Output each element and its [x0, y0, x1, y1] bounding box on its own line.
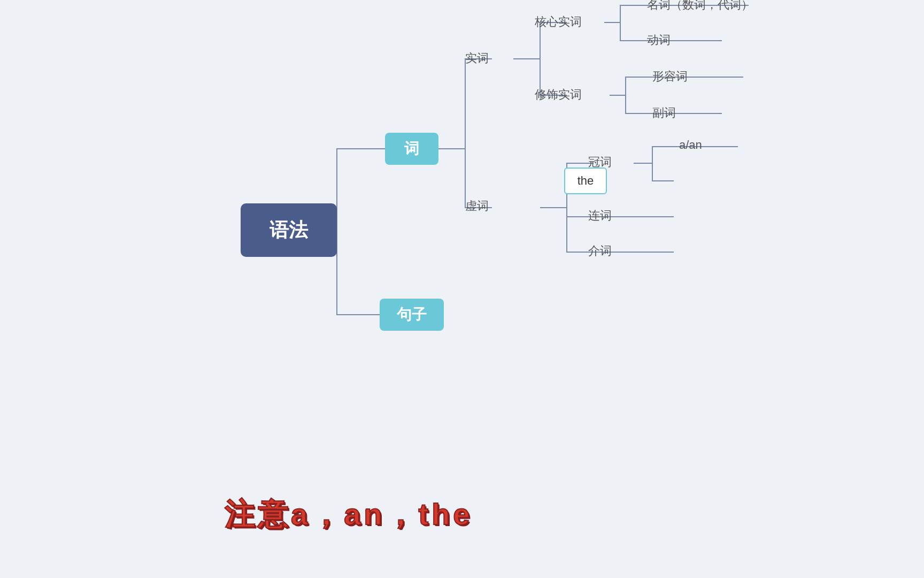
juzi-node: 句子 [380, 299, 444, 331]
dongci-label: 动词 [647, 32, 671, 48]
jieci-label: 介词 [588, 243, 612, 259]
ci-label: 词 [404, 139, 419, 159]
bottom-attention-text: 注意a，an，the [225, 495, 473, 535]
juzi-label: 句子 [397, 305, 427, 325]
xiushi-label: 修饰实词 [535, 87, 582, 103]
xinshi-label: 核心实词 [535, 14, 582, 30]
mingci-label: 名词（数词，代词） [647, 0, 753, 13]
diagram: 语法 词 句子 实词 虚词 核心实词 修饰实词 名词（数词，代词） 动词 形容词… [0, 0, 924, 578]
shici-label: 实词 [465, 50, 489, 66]
the-node: the [564, 168, 607, 194]
fuci-label: 副词 [652, 105, 676, 121]
aan-label: a/an [679, 138, 702, 152]
root-node: 语法 [241, 203, 337, 257]
connector-lines [0, 0, 924, 578]
lianci-label: 连词 [588, 208, 612, 224]
root-label: 语法 [270, 217, 308, 244]
ci-node: 词 [385, 133, 438, 165]
xuci-label: 虚词 [465, 198, 489, 214]
xingrongci-label: 形容词 [652, 69, 688, 85]
